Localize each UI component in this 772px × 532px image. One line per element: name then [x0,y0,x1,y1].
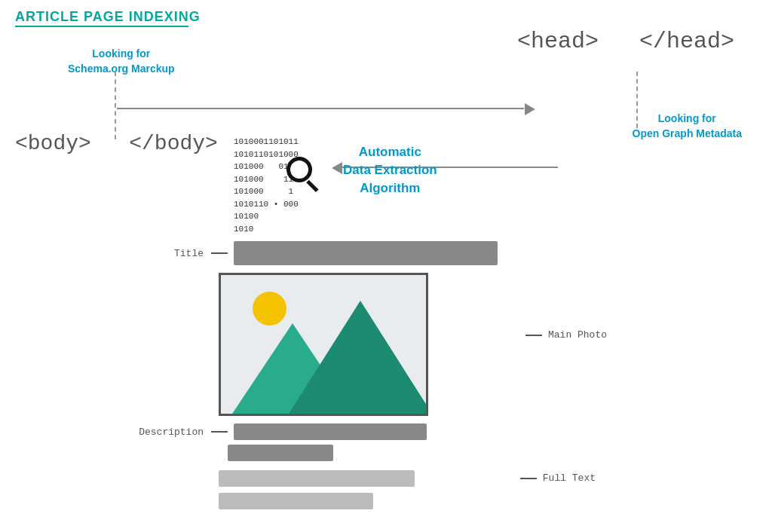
main-photo-dash [525,335,542,336]
fulltext-rect-2 [219,493,373,509]
title-row: Title [136,241,498,265]
magnifier-icon [286,157,324,194]
sun-shape [253,292,286,326]
article-image [219,273,428,416]
fulltext-dash [520,478,537,479]
fulltext-label-group: Full Text [520,472,596,484]
article-card: Title Main Photo Description Full Text [136,241,498,509]
arrow-top [117,101,535,116]
looking-og-label: Looking for Open Graph Metadata [633,112,742,141]
description-dash [211,431,228,433]
title-underline [15,26,188,27]
looking-schema-label: Looking for Schema.org Marckup [68,47,175,76]
dashed-line-left [115,72,116,139]
title-dash [211,252,228,254]
body-close-tag: </body> [129,132,218,155]
head-open-tag: <head> [517,29,599,54]
mountain-right-shape [289,301,428,414]
fulltext-label: Full Text [543,472,596,484]
title-label: Title [136,248,204,259]
head-tags: <head> </head> [517,29,734,54]
description-rect-1 [234,423,427,440]
extraction-algorithm-label: Automatic Data Extraction Algorithm [343,143,437,197]
fulltext-section: Full Text [219,470,498,509]
body-tags: <body> </body> [15,132,218,155]
head-close-tag: </head> [639,29,734,54]
dashed-line-right [636,72,638,128]
fulltext-rect-1 [219,470,415,487]
description-label: Description [136,427,204,438]
body-open-tag: <body> [15,132,91,155]
description-rect-2 [228,445,333,461]
page-title: ARTICLE PAGE INDEXING [15,9,201,25]
title-rect [234,241,498,265]
description-row: Description [136,423,498,440]
main-photo-label: Main Photo [548,329,607,341]
